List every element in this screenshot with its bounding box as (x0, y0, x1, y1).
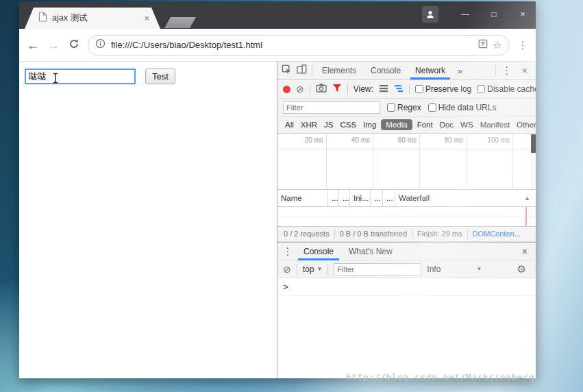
disable-cache-checkbox[interactable] (477, 85, 485, 93)
type-filter-css[interactable]: CSS (338, 119, 358, 130)
tick-label: 80 ms (422, 136, 463, 144)
devtools-close-icon[interactable]: × (518, 65, 532, 76)
bookmark-star-icon[interactable]: ☆ (493, 39, 502, 51)
log-level-selector[interactable]: Info ▼ (427, 265, 482, 274)
address-bar[interactable]: file:///C:/Users/biao/Desktop/test1.html… (88, 35, 510, 56)
type-filter-all[interactable]: All (283, 119, 296, 130)
network-overview[interactable]: 20 ms 40 ms 60 ms 80 ms 100 ms (277, 134, 536, 190)
view-waterfall-icon[interactable] (394, 83, 404, 95)
type-filter-font[interactable]: Font (415, 119, 435, 130)
view-list-icon[interactable] (379, 83, 388, 95)
network-filter-input[interactable] (283, 101, 380, 114)
column-header-waterfall[interactable]: Waterfall ▲ (395, 190, 536, 206)
tab-network[interactable]: Network (410, 62, 450, 79)
type-filter-ws[interactable]: WS (458, 119, 475, 130)
tab-title: ajax 测试 (52, 12, 140, 24)
row-divider (277, 217, 536, 217)
window-close-button[interactable]: × (515, 10, 530, 19)
domcontentloaded-time: DOMConten... (467, 230, 525, 238)
type-filter-img[interactable]: Img (361, 119, 378, 130)
screenshot-camera-icon[interactable] (316, 83, 327, 95)
column-header-type[interactable]: ... (339, 190, 350, 206)
record-button[interactable] (283, 86, 290, 93)
hide-data-urls-label: Hide data URLs (438, 103, 497, 112)
console-clear-icon[interactable]: ⊘ (283, 265, 291, 274)
page-info-icon[interactable] (95, 38, 106, 51)
separator (347, 84, 348, 95)
requests-table-body[interactable] (277, 207, 536, 226)
view-label: View: (353, 84, 373, 94)
tab-elements[interactable]: Elements (317, 62, 361, 79)
drawer-menu-icon[interactable]: ⋮ (282, 245, 294, 258)
column-header-size[interactable]: ... (371, 190, 383, 206)
browser-window: ajax 测试 × — □ × ← → (19, 1, 536, 378)
drawer-close-icon[interactable]: × (518, 246, 532, 257)
requests-table-header: Name ... ... Ini... ... ... Waterfall ▲ (277, 190, 536, 207)
drawer-tab-whats-new[interactable]: What's New (343, 243, 398, 260)
scrollbar-thumb[interactable] (531, 134, 536, 153)
context-selector-value: top (303, 265, 314, 274)
log-level-value: Info (427, 265, 441, 274)
type-filter-js[interactable]: JS (322, 119, 335, 130)
network-filter-row: Regex Hide data URLs (277, 99, 536, 117)
tick-label: 40 ms (329, 136, 370, 144)
translate-icon[interactable] (478, 39, 488, 51)
console-filter-input[interactable] (334, 263, 421, 275)
page-text-input[interactable] (25, 69, 136, 84)
profile-avatar-button[interactable] (422, 6, 438, 23)
type-filter-xhr[interactable]: XHR (299, 119, 319, 130)
chevron-down-icon: ▼ (317, 266, 322, 272)
column-header-name[interactable]: Name (277, 190, 328, 206)
type-filter-doc[interactable]: Doc (438, 119, 456, 130)
minimize-button[interactable]: — (458, 10, 473, 19)
preserve-log-checkbox[interactable] (415, 85, 423, 93)
forward-button[interactable]: → (47, 39, 60, 51)
type-filter-other[interactable]: Other (514, 119, 536, 130)
devtools-panel: Elements Console Network » ⋮ × ⊘ (277, 62, 536, 378)
device-toolbar-icon[interactable] (297, 64, 307, 77)
console-prompt-icon: > (283, 282, 288, 292)
settings-gear-icon[interactable]: ⚙ (517, 263, 526, 275)
scrollbar-track[interactable] (531, 134, 536, 189)
new-tab-button[interactable] (164, 17, 196, 28)
column-header-status[interactable]: ... (328, 190, 339, 206)
more-tabs-icon[interactable]: » (455, 66, 465, 76)
disable-cache-label: Disable cache (487, 84, 536, 94)
context-selector[interactable]: top ▼ (303, 265, 323, 274)
tab-close-icon[interactable]: × (144, 14, 149, 23)
console-drawer-header: ⋮ Console What's New × (277, 242, 536, 260)
ruler-divider (277, 149, 536, 149)
reload-button[interactable] (67, 38, 81, 51)
maximize-button[interactable]: □ (486, 10, 501, 19)
transferred-size: 0 B / 0 B transferred (334, 230, 412, 238)
column-header-time[interactable]: ... (383, 190, 395, 206)
devtools-tabbar: Elements Console Network » ⋮ × (277, 62, 536, 80)
desktop-background: ajax 测试 × — □ × ← → (0, 0, 583, 392)
tick-label: 60 ms (375, 136, 417, 144)
test-button[interactable]: Test (145, 69, 175, 84)
type-filter-media[interactable]: Media (381, 119, 412, 130)
scroll-up-icon[interactable]: ▲ (524, 190, 530, 206)
console-toolbar: ⊘ top ▼ Info ▼ ⚙ (277, 260, 536, 278)
regex-checkbox[interactable] (387, 103, 395, 112)
column-header-initiator[interactable]: Ini... (350, 190, 371, 206)
hide-data-urls-checkbox[interactable] (428, 103, 436, 112)
browser-tab[interactable]: ajax 测试 × (25, 8, 160, 29)
drawer-tab-console[interactable]: Console (298, 243, 339, 260)
separator (327, 264, 328, 275)
finish-time: Finish: 29 ms (412, 230, 467, 238)
back-button[interactable]: ← (26, 39, 40, 51)
clear-icon[interactable]: ⊘ (296, 84, 304, 94)
type-filter-manifest[interactable]: Manifest (478, 119, 512, 130)
browser-menu-icon[interactable]: ⋮ (517, 39, 529, 51)
console-prompt-row[interactable]: > (277, 278, 536, 296)
tick-label: 20 ms (282, 136, 323, 144)
inspect-element-icon[interactable] (282, 64, 292, 77)
tab-console[interactable]: Console (366, 62, 406, 79)
devtools-menu-icon[interactable]: ⋮ (501, 64, 513, 77)
page-favicon-icon (38, 12, 47, 25)
filter-funnel-icon[interactable] (332, 83, 342, 95)
requests-count: 0 / 2 requests (279, 230, 334, 238)
console-messages-area[interactable]: > (277, 278, 536, 378)
url-text[interactable]: file:///C:/Users/biao/Desktop/test1.html (111, 40, 473, 50)
